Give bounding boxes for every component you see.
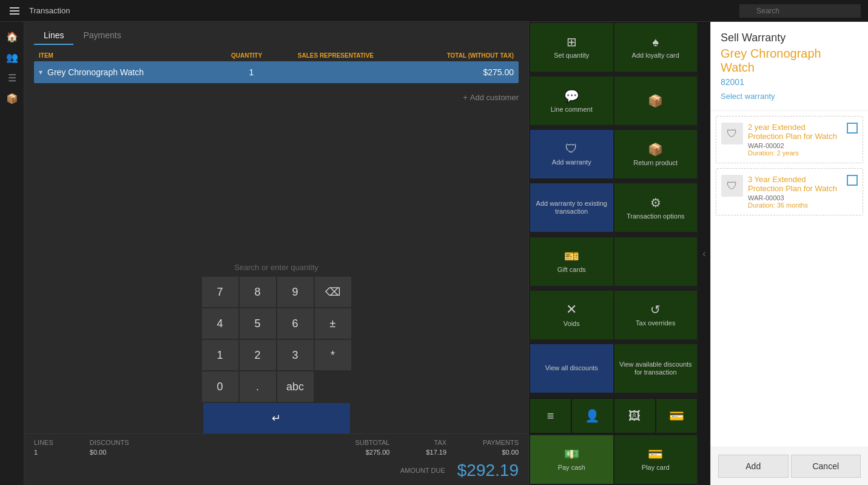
voids-icon: ✕ [566, 302, 577, 317]
numpad-9[interactable]: 9 [277, 277, 314, 307]
numpad-dot[interactable]: . [240, 371, 276, 402]
bottom-icon-3[interactable]: 🖼 [614, 399, 655, 433]
amount-due-row: AMOUNT DUE $292.19 [34, 458, 519, 480]
tile-set-quantity[interactable]: ⊞ Set quantity [530, 23, 613, 72]
numpad-3[interactable]: 3 [277, 340, 314, 370]
summary-left-cols: LINES 1 DISCOUNTS $0.00 [34, 439, 129, 456]
pos-area: Lines Payments ITEM QUANTITY SALES REPRE… [24, 22, 528, 485]
main-area: 🏠 👥 ☰ 📦 Lines Payments ITEM QUANTITY SAL… [0, 22, 868, 485]
order-table: ITEM QUANTITY SALES REPRESENTATIVE TOTAL… [24, 45, 528, 88]
tile-view-available-discounts[interactable]: View available discounts for transaction [614, 344, 698, 393]
pay-cash-tile[interactable]: 💵 Pay cash [530, 435, 613, 484]
loyalty-card-icon: ♠ [652, 35, 659, 49]
tile-tax-overrides[interactable]: ↺ Tax overrides [614, 291, 698, 339]
warranty-item-1-duration: Duration: 2 years [748, 149, 842, 157]
add-button[interactable]: Add [718, 455, 789, 478]
sidebar-home-icon[interactable]: 🏠 [2, 27, 22, 46]
tab-payments[interactable]: Payments [73, 27, 130, 45]
tile-add-loyalty-card[interactable]: ♠ Add loyalty card [614, 23, 698, 72]
numpad-7[interactable]: 7 [202, 277, 238, 307]
tile-gift-cards[interactable]: 🎫 Gift cards [530, 237, 613, 286]
warranty-item-2-name: 3 Year Extended Protection Plan for Watc… [748, 175, 842, 193]
tab-lines[interactable]: Lines [34, 27, 73, 45]
numpad-2[interactable]: 2 [240, 340, 276, 370]
warranty-product-id: 82001 [721, 77, 858, 87]
pay-card-icon: 💳 [648, 447, 663, 461]
summary-row-1: LINES 1 DISCOUNTS $0.00 SUBTOTAL $275.00… [34, 439, 519, 456]
numpad-0[interactable]: 0 [202, 371, 238, 402]
view-all-discounts-label: View all discounts [545, 364, 598, 372]
numpad-backspace[interactable]: ⌫ [315, 277, 351, 307]
payments-label: PAYMENTS [483, 439, 519, 446]
lines-value: 1 [34, 449, 53, 456]
numpad-abc[interactable]: abc [277, 371, 314, 402]
numpad-8[interactable]: 8 [240, 277, 276, 307]
menu-button[interactable] [7, 5, 22, 17]
comment-icon: 💬 [564, 89, 579, 103]
tile-add-warranty-existing[interactable]: Add warranty to existing transaction [530, 183, 613, 232]
cancel-button[interactable]: Cancel [791, 455, 861, 478]
header-quantity: QUANTITY [217, 52, 277, 59]
bottom-icon-1[interactable]: ≡ [530, 399, 571, 433]
search-wrap: 🔍 [739, 4, 861, 18]
warranty-item-1-icon: 🛡 [721, 123, 743, 144]
tax-label: TAX [434, 439, 447, 446]
tax-overrides-label: Tax overrides [636, 319, 675, 327]
warranty-footer: Add Cancel [711, 447, 868, 485]
tile-grid: ⊞ Set quantity ♠ Add loyalty card 💬 Line… [529, 22, 698, 398]
warranty-icon: 🛡 [565, 142, 577, 156]
box-icon: 📦 [648, 93, 663, 108]
pay-row: 💵 Pay cash 💳 Play card [529, 434, 698, 485]
tile-transaction-options[interactable]: ⚙ Transaction options [614, 183, 698, 232]
header-total: TOTAL (WITHOUT TAX) [395, 52, 514, 59]
sidebar-users-icon[interactable]: 👥 [2, 47, 22, 67]
tile-line-comment[interactable]: 💬 Line comment [530, 76, 613, 125]
top-bar: Transaction 🔍 [0, 0, 868, 22]
search-input[interactable] [739, 4, 861, 18]
sidebar-box-icon[interactable]: 📦 [2, 89, 22, 108]
gift-cards-label: Gift cards [557, 266, 586, 274]
numpad-1[interactable]: 1 [202, 340, 238, 370]
numpad-multiply[interactable]: * [315, 340, 351, 370]
bottom-icon-2[interactable]: 👤 [572, 399, 613, 433]
numpad-plusminus[interactable]: ± [315, 308, 351, 339]
tile-add-warranty[interactable]: 🛡 Add warranty [530, 130, 613, 178]
set-quantity-label: Set quantity [554, 52, 589, 59]
warranty-item-2-checkbox[interactable] [847, 175, 858, 186]
lines-block: LINES 1 [34, 439, 53, 456]
numpad-5[interactable]: 5 [240, 308, 276, 339]
tile-return-product[interactable]: 📦 Return product [614, 130, 698, 178]
amount-due-label: AMOUNT DUE [400, 467, 445, 474]
tile-empty2[interactable] [614, 237, 698, 286]
numpad-6[interactable]: 6 [277, 308, 314, 339]
warranty-item-1[interactable]: 🛡 2 year Extended Protection Plan for Wa… [716, 116, 863, 163]
sidebar-menu-icon[interactable]: ☰ [2, 68, 22, 87]
left-sidebar: 🏠 👥 ☰ 📦 [0, 22, 24, 485]
collapse-panel-icon[interactable]: ‹ [702, 248, 705, 259]
warranty-item-1-checkbox[interactable] [847, 123, 858, 134]
table-header: ITEM QUANTITY SALES REPRESENTATIVE TOTAL… [34, 50, 519, 61]
numpad-enter-button[interactable]: ↵ [203, 403, 350, 433]
pay-cash-icon: 💵 [564, 447, 579, 461]
warranty-item-2[interactable]: 🛡 3 Year Extended Protection Plan for Wa… [716, 168, 863, 215]
tile-voids[interactable]: ✕ Voids [530, 291, 613, 339]
subtotal-block: SUBTOTAL $275.00 [355, 439, 389, 456]
tax-block: TAX $17.19 [426, 439, 446, 456]
app-title: Transaction [29, 6, 732, 15]
warranty-item-2-duration: Duration: 36 months [748, 202, 842, 209]
pay-card-tile[interactable]: 💳 Play card [614, 435, 698, 484]
discounts-value: $0.00 [90, 449, 129, 456]
bottom-icon-4[interactable]: 💳 [656, 399, 697, 433]
warranty-subtitle: Grey Chronograph Watch [721, 47, 858, 75]
add-loyalty-card-label: Add loyalty card [632, 52, 679, 59]
tile-view-all-discounts[interactable]: View all discounts [530, 344, 613, 393]
return-icon: 📦 [648, 142, 663, 157]
add-warranty-label: Add warranty [552, 158, 591, 166]
add-customer-button[interactable]: + Add customer [463, 93, 519, 102]
numpad-4[interactable]: 4 [202, 308, 238, 339]
warranty-item-1-code: WAR-00002 [748, 142, 842, 149]
search-quantity-label: Search or enter quantity [234, 263, 318, 272]
header-item: ITEM [39, 52, 217, 59]
tile-empty1[interactable]: 📦 [614, 76, 698, 125]
table-row[interactable]: ▾ Grey Chronograph Watch 1 $275.00 [34, 61, 519, 83]
